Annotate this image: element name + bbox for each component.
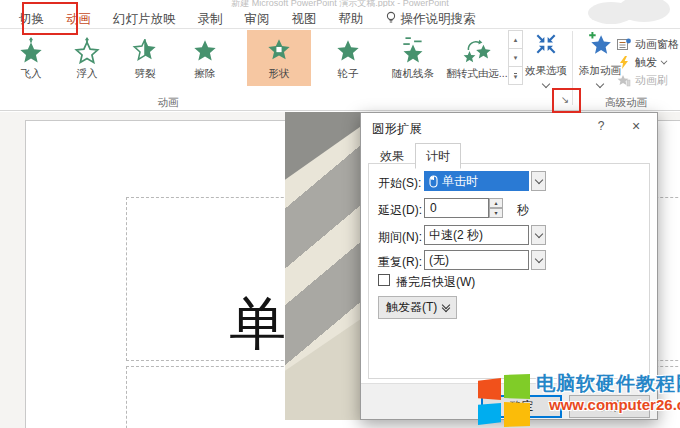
dialog-tab-timing[interactable]: 计时 <box>415 143 461 169</box>
window-title: 新建 Microsoft PowerPoint 演示文稿.pptx - Powe… <box>0 0 680 7</box>
animation-pane-icon <box>616 38 631 51</box>
repeat-dropdown-button[interactable] <box>531 250 546 270</box>
slide-title-text: 单 <box>229 295 286 352</box>
animation-fly-rotate[interactable]: 翻转式由远... <box>442 30 512 86</box>
advanced-animation-group-label: 高级动画 <box>590 96 662 110</box>
powerpoint-window: 新建 Microsoft PowerPoint 演示文稿.pptx - Powe… <box>0 0 680 428</box>
wheel-star-icon <box>335 30 361 64</box>
duration-combobox[interactable]: 中速(2 秒) <box>424 225 529 245</box>
add-animation-icon <box>587 31 613 60</box>
animation-split[interactable]: 劈裂 <box>120 30 170 86</box>
fly-rotate-stars-icon <box>462 30 492 64</box>
fly-in-star-icon <box>18 30 44 64</box>
circle-expand-dialog: 圆形扩展 ? × 效果 计时 开始(S): 单击时 延迟(D): 0 ▴ ▾ 秒… <box>360 112 658 420</box>
duration-label: 期间(N): <box>378 229 422 246</box>
gallery-scroll-up-button[interactable]: ▴ <box>508 30 523 49</box>
start-combobox[interactable]: 单击时 <box>424 171 529 191</box>
start-label: 开始(S): <box>378 175 421 192</box>
dialog-title: 圆形扩展 <box>372 121 422 138</box>
effect-options-icon <box>533 31 559 60</box>
ribbon-tab-bar: 切换 动画 幻灯片放映 录制 审阅 视图 帮助 操作说明搜索 <box>8 8 487 30</box>
triggers-button[interactable]: 触发器(T) <box>378 296 457 319</box>
trigger-button[interactable]: 触发 <box>616 53 679 71</box>
animation-pane-button[interactable]: 动画窗格 <box>616 35 679 53</box>
dialog-help-button[interactable]: ? <box>587 113 615 139</box>
repeat-combobox[interactable]: (无) <box>424 250 529 270</box>
decorative-cloud <box>588 0 680 24</box>
chevron-down-icon <box>661 58 668 65</box>
dialog-tab-frame <box>368 163 650 379</box>
animation-shape[interactable]: 形状 <box>247 30 311 86</box>
ribbon-bottom-border <box>0 110 680 111</box>
split-star-icon <box>132 30 158 64</box>
gallery-scroll-column: ▴ ▾ ▾ <box>508 31 523 85</box>
repeat-label: 重复(R): <box>378 254 422 271</box>
gallery-more-button[interactable]: ▾ <box>508 66 523 85</box>
random-bars-star-icon <box>400 30 426 64</box>
chevron-down-icon <box>596 80 604 88</box>
effect-options-button[interactable]: 效果选项 <box>522 31 570 87</box>
delay-spin-up-button[interactable]: ▴ <box>489 198 503 208</box>
start-dropdown-button[interactable] <box>531 171 546 191</box>
delay-spinner: ▴ ▾ <box>489 198 503 218</box>
wipe-star-icon <box>192 30 218 64</box>
animation-dialog-launcher-icon[interactable]: ↘ <box>558 93 572 107</box>
animation-float-in[interactable]: 浮入 <box>62 30 112 86</box>
animation-fly-in[interactable]: 飞入 <box>8 30 54 86</box>
delay-spin-down-button[interactable]: ▾ <box>489 208 503 218</box>
shape-star-icon <box>266 30 292 64</box>
animation-random-bars[interactable]: 随机线条 <box>382 30 444 86</box>
ok-button[interactable]: 确定 <box>481 395 562 418</box>
animation-wheel[interactable]: 轮子 <box>320 30 376 86</box>
animation-wipe[interactable]: 擦除 <box>180 30 230 86</box>
duration-dropdown-button[interactable] <box>531 225 546 245</box>
animation-group-label: 动画 <box>128 96 208 110</box>
float-in-star-icon <box>74 30 100 64</box>
delay-unit-label: 秒 <box>517 202 529 219</box>
rewind-label: 播完后快退(W) <box>396 274 475 291</box>
dialog-close-button[interactable]: × <box>621 113 651 139</box>
rewind-checkbox[interactable] <box>378 274 390 286</box>
gallery-scroll-down-button[interactable]: ▾ <box>508 48 523 67</box>
trigger-lightning-icon <box>616 56 631 69</box>
cancel-button[interactable]: 取消 <box>569 395 650 418</box>
chevron-down-icon <box>542 80 550 88</box>
double-chevron-down-icon <box>443 305 449 311</box>
animation-painter-icon <box>616 74 631 87</box>
delay-input[interactable]: 0 <box>424 198 489 218</box>
animation-painter-button[interactable]: 动画刷 <box>616 71 679 89</box>
dialog-footer: 确定 取消 <box>361 383 657 419</box>
group-separator <box>572 31 573 105</box>
advanced-animation-stack: 动画窗格 触发 动画刷 <box>616 35 679 89</box>
mouse-click-icon <box>429 175 438 188</box>
lightbulb-icon <box>385 11 397 28</box>
ribbon-divider <box>0 28 680 29</box>
delay-label: 延迟(D): <box>378 202 422 219</box>
